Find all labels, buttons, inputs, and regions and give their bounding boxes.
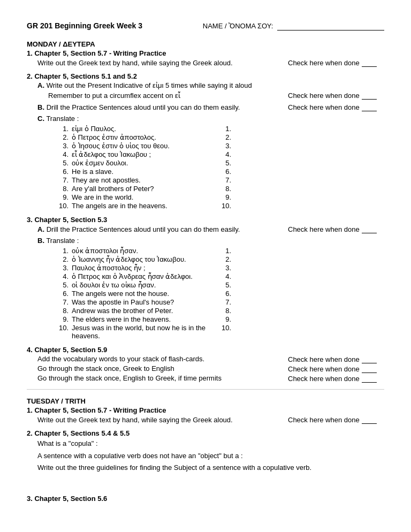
list-item: 3. (222, 264, 384, 272)
check-row: Add the vocabulary words to your stack o… (37, 355, 384, 363)
list-item: 4.ὁ Πετρος και ὁ Ἀνδρεας ἦσαν ἀδελφοι. (59, 272, 222, 280)
tuesday-s3-label: 3. Chapter 5, Section 5.6 (27, 495, 384, 503)
list-item: 10. (222, 202, 384, 210)
list-item: 7.They are not apostles. (59, 176, 222, 184)
monday-s3-partA-check: Check here when done (288, 225, 384, 233)
list-item: 10.The angels are in the heavens. (59, 202, 222, 210)
check-row: Go through the stack once, English to Gr… (37, 374, 384, 383)
monday-s2-partA-sub-row: Remember to put a circumflex accent on ε… (48, 91, 384, 100)
monday-s1-check: Check here when done (288, 58, 384, 67)
check-blank[interactable] (362, 374, 377, 383)
list-item: 5.οἱ δουλοι ἐν τω οἰκω ἦσαν. (59, 281, 222, 289)
list-item: 1. (222, 247, 384, 255)
tuesday-header: TUESDAY / TRITH (27, 397, 384, 405)
check-row-text: Go through the stack once, English to Gr… (37, 374, 222, 383)
list-item: 3.ὁ Ἰησους ἐστιν ὁ υἱος του θεου. (59, 142, 222, 150)
monday-s1-label: 1. Chapter 5, Section 5.7 - Writing Prac… (27, 49, 384, 57)
monday-s2-partB: B. Drill the Practice Sentences aloud un… (37, 103, 384, 111)
monday-s4-label: 4. Chapter 5, Section 5.9 (27, 346, 384, 354)
monday-s3-partA-row: A. Drill the Practice Sentences aloud un… (37, 225, 384, 233)
name-label: NAME / ὌΝΟΜΑ ΣΟΥ: (203, 22, 384, 31)
monday-s3-partA-blank[interactable] (362, 225, 377, 233)
check-row-text: Go through the stack once, Greek to Engl… (37, 364, 174, 373)
check-row-check: Check here when done (288, 374, 384, 383)
tuesday-s1-instruction: Write out the Greek text by hand, while … (37, 416, 288, 424)
list-item: 5. (222, 159, 384, 167)
list-item: 8.Andrew was the brother of Peter. (59, 307, 222, 315)
monday-s3-translate-grid: 1.οὐκ ἀποστολοι ἦσαν.2.ὁ Ἰωαννης ἦν ἀδελ… (59, 247, 384, 340)
list-item: 4.εἶ ἀδελφος του Ἰακωβου ; (59, 150, 222, 158)
monday-s3-partA: A. Drill the Practice Sentences aloud un… (37, 225, 384, 233)
tuesday-s2-line3: Write out the three guidelines for findi… (37, 462, 384, 473)
monday-s1-check-row: Write out the Greek text by hand, while … (37, 58, 384, 67)
list-item: 5. (222, 281, 384, 289)
name-blank[interactable] (277, 22, 384, 31)
tuesday-s2-label: 2. Chapter 5, Sections 5.4 & 5.5 (27, 429, 384, 437)
monday-s2-left-col: 1.εἰμι ὁ Παυλος.2.ὁ Πετρος ἐστιν ἀποστολ… (59, 125, 222, 210)
check-blank[interactable] (362, 355, 377, 363)
check-row: Go through the stack once, Greek to Engl… (37, 364, 384, 373)
list-item: 3. (222, 142, 384, 150)
list-item: 1.εἰμι ὁ Παυλος. (59, 125, 222, 133)
tuesday-s1-label: 1. Chapter 5, Section 5.7 - Writing Prac… (27, 406, 384, 414)
list-item: 1. (222, 125, 384, 133)
tuesday-s1-check-row: Write out the Greek text by hand, while … (37, 415, 384, 424)
monday-s3-partB-header: B. Translate : (37, 237, 384, 245)
tuesday-section: TUESDAY / TRITH 1. Chapter 5, Section 5.… (27, 397, 384, 503)
page-header: GR 201 Beginning Greek Week 3 NAME / ὌΝΟ… (27, 21, 384, 31)
tuesday-s3: 3. Chapter 5, Section 5.6 (27, 495, 384, 503)
monday-s2-partA-blank[interactable] (362, 91, 377, 100)
list-item: 6. (222, 168, 384, 176)
monday-s1-blank[interactable] (362, 58, 377, 67)
monday-s3: 3. Chapter 5, Section 5.3 A. Drill the P… (27, 216, 384, 340)
monday-s2-right-col: 1.2.3.4.5.6.7.8.9.10. (222, 125, 384, 210)
monday-s4: 4. Chapter 5, Section 5.9 Add the vocabu… (27, 346, 384, 383)
list-item: 8. (222, 185, 384, 193)
monday-s2-partA-check: Check here when done (288, 91, 384, 100)
tuesday-s1: 1. Chapter 5, Section 5.7 - Writing Prac… (27, 406, 384, 424)
list-item: 4. (222, 272, 384, 280)
monday-s2-partB-check: Check here when done (288, 103, 384, 111)
tuesday-s2: 2. Chapter 5, Sections 5.4 & 5.5 What is… (27, 429, 384, 473)
list-item: 6. (222, 290, 384, 298)
monday-s2-partB-text: B. Drill the Practice Sentences aloud un… (37, 103, 288, 111)
list-item: 7. (222, 298, 384, 306)
monday-s2-label: 2. Chapter 5, Sections 5.1 and 5.2 (27, 72, 384, 80)
check-row-check: Check here when done (288, 364, 384, 373)
list-item: 9. (222, 315, 384, 323)
monday-s2: 2. Chapter 5, Sections 5.1 and 5.2 A. Wr… (27, 72, 384, 210)
monday-s3-partA-text: A. Drill the Practice Sentences aloud un… (37, 225, 288, 233)
list-item: 2.ὁ Πετρος ἐστιν ἀποστολος. (59, 133, 222, 141)
list-item: 10. (222, 324, 384, 332)
monday-s2-partA: A. Write out the Present Indicative of ε… (37, 81, 384, 100)
monday-s3-left-col: 1.οὐκ ἀποστολοι ἦσαν.2.ὁ Ἰωαννης ἦν ἀδελ… (59, 247, 222, 340)
monday-s1: 1. Chapter 5, Section 5.7 - Writing Prac… (27, 49, 384, 67)
list-item: 8.Are y'all brothers of Peter? (59, 185, 222, 193)
list-item: 2. (222, 255, 384, 263)
list-item: 4. (222, 150, 384, 158)
list-item: 5.οὐκ ἐσμεν δουλοι. (59, 159, 222, 167)
monday-s2-partC-header: C. Translate : (37, 115, 384, 123)
list-item: 8. (222, 307, 384, 315)
list-item: 9.We are in the world. (59, 193, 222, 201)
section-divider (27, 389, 384, 390)
tuesday-s2-line1: What is a "copula" : (37, 438, 384, 449)
tuesday-s2-line2: A sentence with a copulative verb does n… (37, 451, 384, 461)
monday-s2-partC: C. Translate : 1.εἰμι ὁ Παυλος.2.ὁ Πετρο… (37, 115, 384, 210)
list-item: 7. (222, 176, 384, 184)
list-item: 2.ὁ Ἰωαννης ἦν ἀδελφος του Ἰακωβου. (59, 255, 222, 263)
tuesday-s1-blank[interactable] (362, 415, 377, 424)
list-item: 6.The angels were not the house. (59, 290, 222, 298)
monday-s1-instruction: Write out the Greek text by hand, while … (37, 59, 288, 67)
list-item: 7.Was the apostle in Paul's house? (59, 298, 222, 306)
monday-s3-label: 3. Chapter 5, Section 5.3 (27, 216, 384, 224)
check-blank[interactable] (362, 364, 377, 373)
list-item: 10.Jesus was in the world, but now he is… (59, 324, 222, 340)
monday-s4-rows: Add the vocabulary words to your stack o… (37, 355, 384, 383)
monday-section: MONDAY / ΔΕΥΤΕΡΑ 1. Chapter 5, Section 5… (27, 40, 384, 383)
monday-s2-partA-row: A. Write out the Present Indicative of ε… (37, 81, 384, 89)
monday-s2-partB-blank[interactable] (362, 103, 377, 111)
list-item: 9.The elders were in the heavens. (59, 315, 222, 323)
check-row-check: Check here when done (288, 355, 384, 363)
monday-header: MONDAY / ΔΕΥΤΕΡΑ (27, 40, 384, 48)
